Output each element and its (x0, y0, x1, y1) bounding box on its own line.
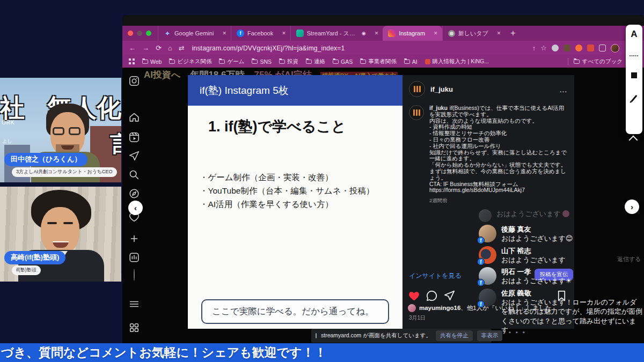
background-text-small: よし (2, 138, 12, 145)
all-bookmarks-button[interactable]: すべてのブック (568, 58, 623, 65)
speaker-name-tags: 高崎(if(塾)塾頭) if(塾)塾頭 (4, 251, 65, 275)
tab-new-tab[interactable]: 新しいタブ ✕ (442, 26, 506, 41)
ticker-text: づき、質問などコメントお気軽に！シェアも歓迎です！！ (1, 344, 327, 361)
messages-icon[interactable] (128, 150, 140, 162)
cast-icon (316, 333, 317, 338)
drag-handle-icon[interactable]: ••••• (630, 54, 639, 57)
hide-bar-button[interactable]: 非表示 (477, 330, 503, 341)
explore-icon[interactable] (128, 188, 140, 200)
facebook-badge-icon: f (477, 300, 485, 308)
facebook-badge-icon: f (477, 258, 485, 265)
browser-profile-avatar[interactable] (611, 44, 619, 53)
commenter-avatar: f (479, 267, 496, 285)
tab-audio-indicator-icon: ◉ (362, 31, 366, 36)
tab-streamyard[interactable]: StreamYard - スタジオ ◉ ✕ (290, 26, 383, 41)
comment-item: f 後藤 真友 おはようございます😊 (479, 225, 643, 243)
view-insights-link[interactable]: インサイトを見る (409, 271, 462, 280)
slide-bullet: ・YouTube制作（台本・編集・サムネ・投稿） (200, 184, 375, 197)
post-author-avatar[interactable] (409, 81, 425, 97)
dashboard-icon[interactable] (128, 252, 140, 263)
bookmark-folder[interactable]: ビジネス関係 (169, 58, 211, 65)
extension-icon[interactable] (575, 45, 582, 51)
like-heart-icon[interactable] (408, 290, 420, 302)
slide-bullet: ・AI活用（作業を早くする使い方） (200, 197, 375, 211)
bookmark-folder[interactable]: 連絡 (306, 58, 325, 65)
slide-header-text: if(塾) Instagram 5枚 (200, 84, 289, 98)
tab-instagram-active[interactable]: Instagram ✕ (383, 26, 442, 41)
profile-avatar[interactable] (128, 269, 140, 281)
tab-label: StreamYard - スタジオ (307, 29, 358, 38)
forward-icon[interactable]: → (142, 44, 149, 52)
stop-sharing-button[interactable]: 共有を停止 (436, 330, 473, 341)
url-input[interactable]: instagram.com/p/DVVgcnkjXEj/?hl=ja&img_i… (192, 45, 532, 52)
extensions-puzzle-icon[interactable] (599, 45, 606, 51)
close-tab-icon[interactable]: ✕ (282, 31, 286, 36)
bookmark-folder[interactable]: SNS (252, 58, 272, 65)
comment-icon[interactable] (426, 290, 438, 302)
close-window-button[interactable] (128, 31, 133, 36)
speaker-name-tags: 田中啓之（ひろくん） 3方よしAI共創コンサルタント・おうちCEO (4, 153, 117, 177)
caption-link[interactable]: https://forms.gle/sBdoMUJpm44iLAkj7 (429, 187, 569, 194)
bookmark-folder[interactable]: GAS (333, 58, 353, 65)
caption-username[interactable]: if_juku (429, 105, 448, 111)
webcam-tanaka: 社無人化 言 ORK よし 田中啓之（ひろくん） 3方よしAI共創コンサルタント… (0, 78, 121, 182)
share-post-icon[interactable] (443, 290, 456, 302)
home-icon[interactable]: ⌂ (168, 44, 172, 52)
instagram-icon (388, 29, 396, 37)
bookmark-folder[interactable]: 事業者関係 (360, 58, 397, 65)
pen-tool-icon[interactable] (631, 95, 638, 102)
folder-icon (333, 60, 339, 64)
reels-icon[interactable] (128, 131, 140, 143)
maximize-window-button[interactable] (146, 31, 151, 36)
close-tab-icon[interactable]: ✕ (375, 31, 379, 36)
instagram-page: AI投資へ年間18.6万時75% がAI完結情報通DX・AI導入で働き方 (122, 68, 644, 343)
instagram-logo-icon[interactable] (128, 75, 140, 87)
slide-callout-box: ここで実際に学べる。だから通ってね。 (201, 299, 389, 324)
open-new-tab-button[interactable]: + (510, 28, 515, 38)
share-icon[interactable]: ↑ (532, 44, 536, 52)
slide-title: 1. if(塾)で学べること (208, 117, 346, 136)
close-tab-icon[interactable]: ✕ (222, 31, 226, 36)
bookmark-folder[interactable]: Web (142, 58, 162, 65)
extension-icon[interactable] (564, 45, 570, 51)
post-caption-text: if_jukuif(Business)では、仕事で本当に使えるAI活用を実践形式… (429, 105, 569, 194)
home-icon[interactable] (128, 112, 140, 123)
extension-icon[interactable] (552, 45, 559, 51)
comment-text: おはようございます (501, 255, 566, 265)
stop-record-icon[interactable] (631, 72, 637, 78)
tab-google-gemini[interactable]: ✦ Google Gemini ✕ (158, 26, 231, 41)
post-author-username[interactable]: if_juku (430, 85, 453, 93)
webcam-takasaki: 高崎(if(塾)塾頭) if(塾)塾頭 (0, 187, 121, 282)
bookmark-star-icon[interactable]: ☆ (540, 44, 547, 52)
apps-grid-icon[interactable] (129, 58, 135, 64)
window-titlebar[interactable] (122, 15, 644, 26)
tab-groups-icon[interactable]: ⇄ (179, 44, 185, 52)
bookmark-folder[interactable]: 投資 (279, 58, 298, 65)
comment-text: おはようございます😊 (501, 234, 573, 243)
previous-post-button[interactable]: ‹ (128, 201, 143, 215)
reload-icon[interactable]: ⟳ (156, 44, 162, 52)
close-tab-icon[interactable]: ✕ (497, 31, 501, 36)
speaker-name-label: 田中啓之（ひろくん） (4, 153, 87, 166)
close-tab-icon[interactable]: ✕ (434, 31, 438, 36)
meta-apps-icon[interactable] (128, 322, 140, 334)
app-a-logo-icon[interactable]: A (631, 29, 637, 40)
commenter-avatar: f (479, 289, 496, 306)
search-icon[interactable] (128, 169, 140, 181)
tab-facebook[interactable]: f Facebook ✕ (231, 26, 290, 41)
bookmark-folder[interactable]: ゲーム (219, 58, 244, 65)
new-tab-icon (448, 30, 455, 37)
tab-label: Google Gemini (174, 30, 214, 36)
post-options-icon[interactable]: … (559, 85, 568, 94)
minimize-window-button[interactable] (137, 31, 142, 36)
commenter-name: 後藤 真友 (501, 225, 573, 234)
create-post-icon[interactable] (128, 233, 140, 245)
bookmark-item[interactable]: 購入情報入力 | KiNG... (425, 58, 489, 65)
browser-window: ✦ Google Gemini ✕ f Facebook ✕ StreamYar… (122, 15, 644, 343)
bookmark-folder[interactable]: AI (404, 58, 418, 65)
more-menu-icon[interactable] (128, 298, 140, 310)
back-icon[interactable]: ← (129, 44, 136, 52)
url-bar-actions: ↑ ☆ (532, 44, 619, 53)
extension-icon[interactable] (587, 45, 594, 51)
reply-link[interactable]: 返信する (617, 255, 641, 263)
